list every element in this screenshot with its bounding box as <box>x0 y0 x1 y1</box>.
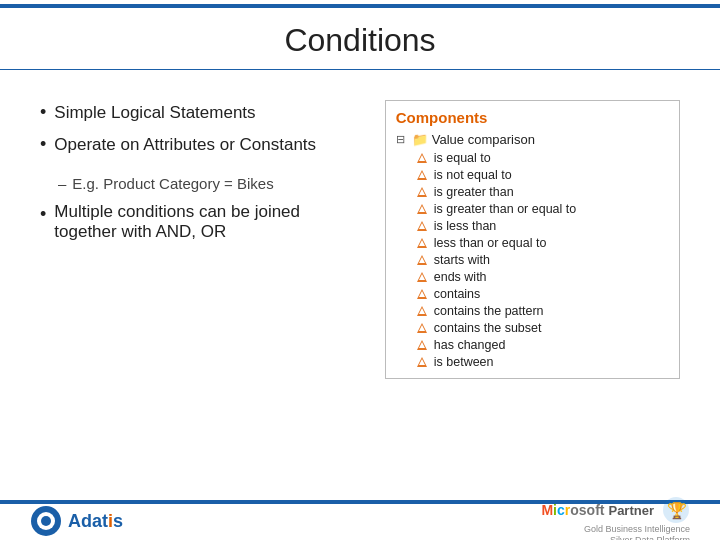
item-icon <box>414 151 430 165</box>
ms-sub-text: Gold Business Intelligence Silver Data P… <box>584 524 690 540</box>
item-icon <box>414 338 430 352</box>
list-item: is equal to <box>414 149 669 166</box>
folder-icon: 📁 <box>412 132 428 147</box>
last-bullet: Multiple conditions can be joined togeth… <box>40 202 365 242</box>
list-item: is not equal to <box>414 166 669 183</box>
ms-partner-row: Microsoft Partner 🏆 <box>541 496 690 524</box>
ms-partner-icon: 🏆 <box>662 496 690 524</box>
item-icon <box>414 270 430 284</box>
list-item: contains the subset <box>414 319 669 336</box>
tree-root: ⊟ 📁 Value comparison is <box>396 132 669 370</box>
item-icon <box>414 236 430 250</box>
expand-icon: ⊟ <box>396 133 408 146</box>
footer: Adatis Microsoft Partner 🏆 Gold Business… <box>0 504 720 538</box>
bullet-item-1: Simple Logical Statements <box>40 100 365 126</box>
item-icon <box>414 355 430 369</box>
tree-root-label: ⊟ 📁 Value comparison <box>396 132 669 147</box>
left-panel: Simple Logical Statements Operate on Att… <box>40 100 365 379</box>
slide: Conditions Simple Logical Statements Ope… <box>0 4 720 540</box>
partner-label: Partner <box>608 503 654 518</box>
right-panel: Components ⊟ 📁 Value comparison <box>385 100 680 379</box>
svg-text:🏆: 🏆 <box>667 501 687 520</box>
components-title: Components <box>396 109 669 126</box>
adatis-logo-text: Adatis <box>68 511 123 532</box>
item-icon <box>414 321 430 335</box>
item-icon <box>414 304 430 318</box>
list-item: ends with <box>414 268 669 285</box>
slide-title: Conditions <box>0 22 720 59</box>
list-item: contains <box>414 285 669 302</box>
components-box: Components ⊟ 📁 Value comparison <box>385 100 680 379</box>
list-item: has changed <box>414 336 669 353</box>
sub-bullet: E.g. Product Category = Bikes <box>58 175 365 192</box>
list-item: starts with <box>414 251 669 268</box>
list-item: is between <box>414 353 669 370</box>
item-icon <box>414 168 430 182</box>
bullet-list: Simple Logical Statements Operate on Att… <box>40 100 365 163</box>
top-border-line <box>0 4 720 8</box>
list-item: is greater than or equal to <box>414 200 669 217</box>
content-area: Simple Logical Statements Operate on Att… <box>0 70 720 389</box>
list-item: contains the pattern <box>414 302 669 319</box>
adatis-dot: i <box>108 511 113 531</box>
item-icon <box>414 253 430 267</box>
svg-point-28 <box>41 516 51 526</box>
bullet-item-2: Operate on Attributes or Constants <box>40 132 365 158</box>
adatis-logo: Adatis <box>30 505 123 537</box>
list-item: less than or equal to <box>414 234 669 251</box>
microsoft-logo-text: Microsoft <box>541 502 604 518</box>
list-item: is greater than <box>414 183 669 200</box>
item-icon <box>414 219 430 233</box>
list-item: is less than <box>414 217 669 234</box>
item-icon <box>414 287 430 301</box>
tree-items: is equal to is not equal to <box>414 149 669 370</box>
adatis-logo-icon <box>30 505 62 537</box>
item-icon <box>414 202 430 216</box>
microsoft-partner-area: Microsoft Partner 🏆 Gold Business Intell… <box>541 496 690 540</box>
title-area: Conditions <box>0 4 720 70</box>
item-icon <box>414 185 430 199</box>
